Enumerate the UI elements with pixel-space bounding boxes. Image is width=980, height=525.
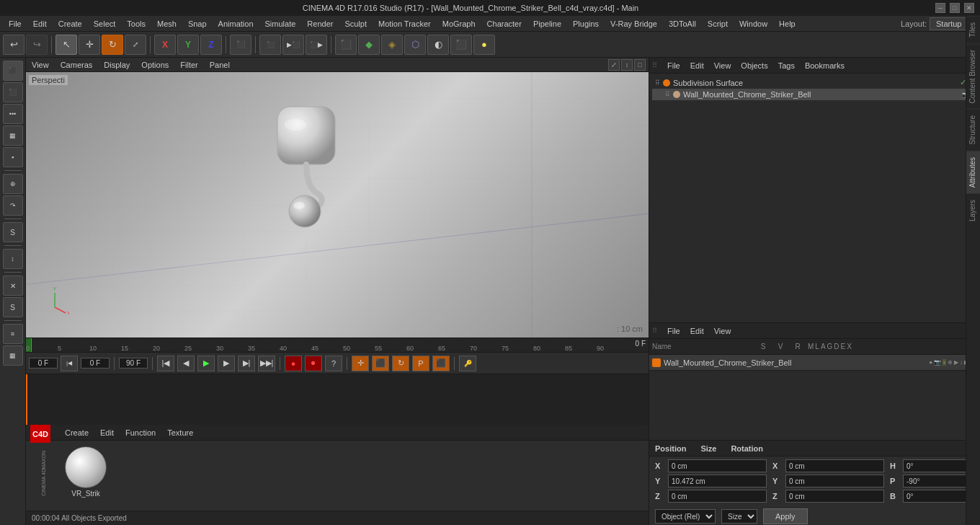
attr-item-bell[interactable]: Wall_Mounted_Chrome_Striker_Bell ● 📷 ▪ ⊕… <box>649 355 980 371</box>
vp-fit-button[interactable]: ↕ <box>621 59 633 71</box>
tc-auto-record-button[interactable]: ⏺ <box>305 356 322 371</box>
apply-button[interactable]: Apply <box>763 508 808 524</box>
size-type-dropdown[interactable]: Size <box>721 509 757 524</box>
region-end-button[interactable]: ⬛▶ <box>306 35 327 55</box>
object-rel-dropdown[interactable]: Object (Rel) <box>655 509 716 524</box>
tab-tiles[interactable]: Tiles <box>966 16 980 43</box>
pos-y-input[interactable] <box>668 475 767 488</box>
tc-help-button[interactable]: ? <box>325 356 342 371</box>
material-preview[interactable]: VR_Strik <box>65 446 107 498</box>
viewport-filter-menu[interactable]: Filter <box>177 61 200 69</box>
tc-go-end-button[interactable]: ▶| <box>238 356 255 371</box>
scale-tool-button[interactable]: ⤢ <box>125 35 146 55</box>
tc-prev-key-button[interactable]: |◀ <box>61 356 78 371</box>
magnet-button[interactable]: S <box>3 222 23 242</box>
viewport-options-menu[interactable]: Options <box>138 61 172 69</box>
om-item-bell[interactable]: ⠿ Wall_Mounted_Chrome_Striker_Bell 📷 ▪ <box>652 89 977 100</box>
vp-maximize-button[interactable]: □ <box>634 59 646 71</box>
tab-content-browser[interactable]: Content Browser <box>966 43 980 109</box>
om-view-menu[interactable]: View <box>711 61 734 70</box>
viewport-canvas[interactable]: Perspecti <box>26 72 649 338</box>
om-bookmarks-menu[interactable]: Bookmarks <box>802 61 847 70</box>
tc-prev-frame-button[interactable]: ◀ <box>177 356 195 371</box>
menu-animation[interactable]: Animation <box>213 18 259 30</box>
texture-mode-button[interactable]: ⬛ <box>3 82 23 102</box>
mat-edit-menu[interactable]: Edit <box>97 428 117 437</box>
ruler-button[interactable]: ↕ <box>3 249 23 269</box>
pos-x-input[interactable] <box>668 459 767 472</box>
tc-all-key-button[interactable]: ⬛ <box>432 356 450 371</box>
mograph-button[interactable]: S <box>3 297 23 317</box>
om-edit-menu[interactable]: Edit <box>687 61 707 70</box>
y-axis-button[interactable]: Y <box>177 35 199 55</box>
menu-mograph[interactable]: MoGraph <box>437 18 481 30</box>
tc-next-frame-button[interactable]: ▶ <box>218 356 235 371</box>
tc-key-mode-button[interactable]: 🔑 <box>459 356 476 371</box>
menu-tools[interactable]: Tools <box>121 18 151 30</box>
camera-button[interactable]: ⬛ <box>450 35 472 55</box>
menu-snap[interactable]: Snap <box>182 18 213 30</box>
world-coord-button[interactable]: ⬛ <box>230 35 251 55</box>
close-button[interactable]: ✕ <box>964 3 974 13</box>
menu-help[interactable]: Help <box>773 18 801 30</box>
menu-pipeline[interactable]: Pipeline <box>527 18 567 30</box>
deform-button[interactable]: ◈ <box>381 35 403 55</box>
move-tool-button[interactable]: ✛ <box>79 35 100 55</box>
menu-render[interactable]: Render <box>301 18 339 30</box>
undo-button[interactable]: ↩ <box>3 35 24 55</box>
minimize-button[interactable]: ─ <box>935 3 945 13</box>
menu-motion-tracker[interactable]: Motion Tracker <box>373 18 437 30</box>
menu-window[interactable]: Window <box>734 18 773 30</box>
attr-edit-menu[interactable]: Edit <box>687 327 707 335</box>
menu-select[interactable]: Select <box>88 18 122 30</box>
tab-structure[interactable]: Structure <box>966 109 980 151</box>
tc-scale-key-button[interactable]: ↻ <box>392 356 409 371</box>
maximize-button[interactable]: □ <box>950 3 960 13</box>
subdiv-button[interactable]: ▦ <box>3 345 23 366</box>
menu-vray[interactable]: V-Ray Bridge <box>605 18 663 30</box>
knife-button[interactable]: ✕ <box>3 275 23 296</box>
region-play-button[interactable]: ▶⬛ <box>282 35 304 55</box>
nurbs-button[interactable]: ◆ <box>358 35 380 55</box>
om-tags-menu[interactable]: Tags <box>775 61 798 70</box>
viewport-panel-menu[interactable]: Panel <box>207 61 233 69</box>
size-z-input[interactable] <box>785 490 884 503</box>
material-ball[interactable] <box>65 446 107 488</box>
tc-go-start-button[interactable]: |◀ <box>157 356 174 371</box>
viewport-display-menu[interactable]: Display <box>101 61 133 69</box>
tc-record-button[interactable]: ● <box>285 356 302 371</box>
edges-mode-button[interactable]: ▦ <box>3 125 23 146</box>
tc-go-last-button[interactable]: ▶▶| <box>258 356 275 371</box>
tab-layers[interactable]: Layers <box>966 193 980 227</box>
bend-button[interactable]: ↷ <box>3 195 23 216</box>
menu-character[interactable]: Character <box>481 18 527 30</box>
points-mode-button[interactable]: ••• <box>3 104 23 124</box>
om-file-menu[interactable]: File <box>664 61 683 70</box>
x-axis-button[interactable]: X <box>154 35 176 55</box>
tab-attributes[interactable]: Attributes <box>966 151 980 193</box>
mat-texture-menu[interactable]: Texture <box>164 428 196 437</box>
material-button[interactable]: ◐ <box>427 35 449 55</box>
mat-function-menu[interactable]: Function <box>122 428 159 437</box>
menu-script[interactable]: Script <box>702 18 734 30</box>
layer-button[interactable]: ≡ <box>3 324 23 344</box>
om-objects-menu[interactable]: Objects <box>738 61 770 70</box>
menu-3dtoall[interactable]: 3DToAll <box>663 18 702 30</box>
size-x-input[interactable] <box>785 459 884 472</box>
menu-simulate[interactable]: Simulate <box>259 18 302 30</box>
menu-edit[interactable]: Edit <box>27 18 53 30</box>
model-mode-button[interactable]: ⬛ <box>3 61 23 81</box>
pos-z-input[interactable] <box>668 490 767 503</box>
om-item-subdivision[interactable]: ⠿ Subdivision Surface ✓ ✓ <box>652 76 977 89</box>
tc-param-key-button[interactable]: P <box>412 356 429 371</box>
light-button[interactable]: ● <box>473 35 495 55</box>
end-frame-input[interactable] <box>119 358 148 369</box>
current-frame-input[interactable] <box>29 358 58 369</box>
polys-mode-button[interactable]: ▪ <box>3 147 23 167</box>
select-tool-button[interactable]: ↖ <box>55 35 77 55</box>
menu-create[interactable]: Create <box>53 18 88 30</box>
menu-file[interactable]: File <box>3 18 27 30</box>
attr-file-menu[interactable]: File <box>664 327 683 335</box>
tc-play-button[interactable]: ▶ <box>197 356 215 371</box>
transform-button[interactable]: ⊕ <box>3 174 23 194</box>
